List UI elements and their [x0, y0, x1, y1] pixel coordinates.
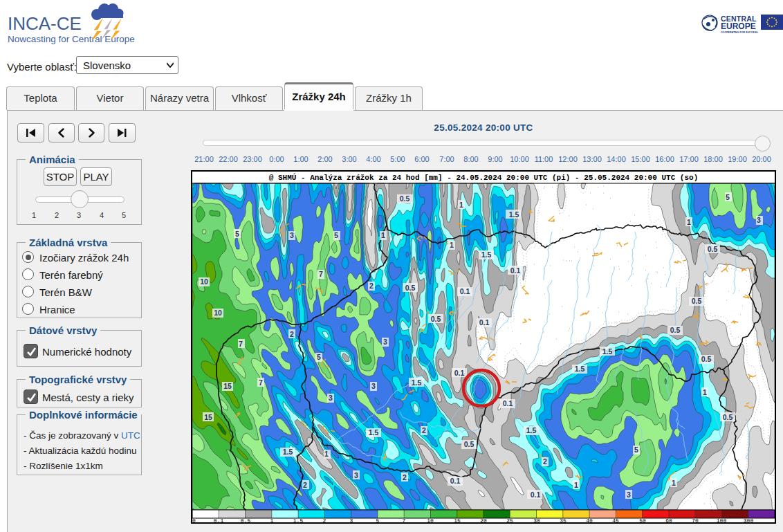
svg-text:0.5: 0.5	[723, 413, 733, 421]
svg-text:1: 1	[381, 231, 385, 239]
svg-text:1.5: 1.5	[369, 428, 379, 437]
svg-text:1.5: 1.5	[526, 426, 537, 434]
svg-text:1.5: 1.5	[509, 210, 519, 219]
svg-text:1.5: 1.5	[602, 347, 613, 356]
svg-text:0.5: 0.5	[670, 326, 681, 334]
svg-text:0.5: 0.5	[405, 284, 416, 292]
svg-text:1: 1	[574, 481, 578, 489]
svg-text:2: 2	[422, 426, 426, 434]
svg-text:7: 7	[239, 340, 243, 348]
svg-text:5: 5	[334, 231, 338, 239]
svg-text:5: 5	[317, 353, 321, 361]
svg-text:2: 2	[369, 282, 374, 290]
svg-text:0.5: 0.5	[464, 440, 475, 448]
svg-text:1.5: 1.5	[481, 250, 492, 259]
svg-text:15: 15	[223, 382, 232, 390]
svg-text:1: 1	[703, 388, 707, 396]
svg-text:@ SHMÚ - Analýza zrážok za 24: @ SHMÚ - Analýza zrážok za 24 hod [mm] -…	[269, 173, 699, 182]
svg-text:7: 7	[259, 378, 263, 387]
svg-text:1: 1	[672, 479, 676, 487]
svg-text:1: 1	[324, 450, 329, 458]
svg-text:3: 3	[354, 471, 358, 479]
svg-text:0.5: 0.5	[701, 355, 712, 363]
svg-text:3: 3	[371, 382, 376, 390]
svg-text:0.1: 0.1	[531, 490, 541, 499]
svg-text:EUROPE: EUROPE	[721, 21, 756, 31]
svg-text:0.5: 0.5	[431, 315, 441, 323]
svg-text:2: 2	[403, 473, 407, 481]
svg-text:1.5: 1.5	[283, 448, 293, 456]
svg-text:3: 3	[627, 490, 631, 499]
svg-text:2: 2	[290, 330, 294, 338]
svg-text:0.1: 0.1	[450, 477, 461, 485]
svg-text:1: 1	[450, 241, 454, 249]
svg-text:10: 10	[200, 277, 208, 286]
svg-text:1: 1	[459, 201, 463, 209]
svg-text:1.5: 1.5	[412, 378, 422, 387]
svg-text:2: 2	[543, 457, 547, 466]
svg-text:0.5: 0.5	[692, 297, 702, 305]
svg-text:0.1: 0.1	[510, 266, 521, 275]
svg-text:0.1: 0.1	[454, 369, 465, 377]
svg-text:0.5: 0.5	[708, 245, 718, 253]
svg-text:0.1: 0.1	[503, 399, 513, 407]
svg-text:10: 10	[214, 309, 222, 317]
svg-text:15: 15	[204, 413, 212, 421]
svg-text:0.1: 0.1	[479, 318, 490, 327]
svg-text:0.1: 0.1	[460, 287, 470, 295]
svg-text:1: 1	[687, 218, 691, 226]
svg-text:5: 5	[726, 193, 730, 201]
svg-text:5: 5	[235, 230, 239, 238]
svg-text:3: 3	[290, 231, 294, 239]
svg-text:3: 3	[757, 216, 761, 224]
svg-text:0.5: 0.5	[400, 194, 410, 203]
svg-text:3: 3	[329, 394, 333, 402]
svg-text:5: 5	[634, 446, 638, 454]
svg-text:2: 2	[303, 481, 307, 489]
svg-text:1.5: 1.5	[575, 365, 585, 373]
svg-text:3: 3	[383, 338, 387, 346]
svg-text:COOPERATING FOR SUCCESS.: COOPERATING FOR SUCCESS.	[721, 31, 758, 34]
svg-text:7: 7	[319, 270, 323, 278]
